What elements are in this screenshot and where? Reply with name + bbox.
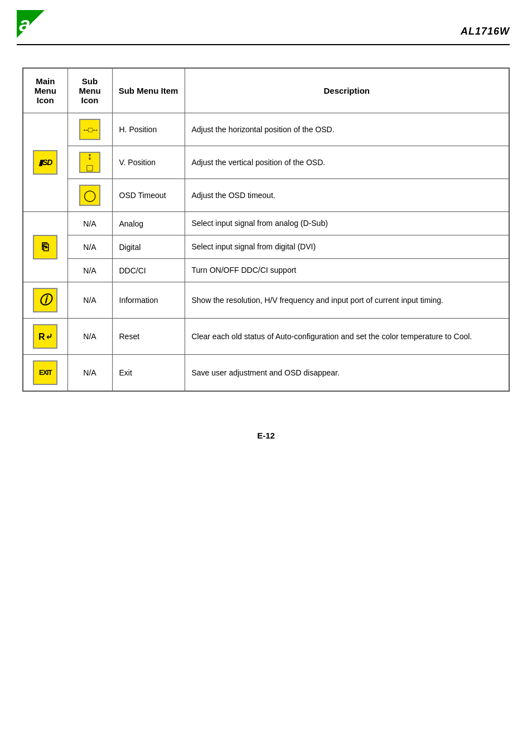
main-icon-exit-cell: EXIT [23, 355, 67, 392]
sub-icon-hpos-cell: ↔□↔ [67, 113, 112, 146]
desc-digital: Select input signal from digital (DVI) [185, 235, 509, 259]
table-row: ⎘ N/A Analog Select input signal from an… [23, 212, 509, 235]
desc-information: Show the resolution, H/V frequency and i… [185, 282, 509, 319]
sub-icon-clock-cell: ◯ [67, 179, 112, 212]
col-header-desc: Description [185, 68, 509, 113]
item-digital: Digital [112, 235, 185, 259]
desc-exit: Save user adjustment and OSD disappear. [185, 355, 509, 392]
desc-hposition: Adjust the horizontal position of the OS… [185, 113, 509, 146]
item-osd-timeout: OSD Timeout [112, 179, 185, 212]
desc-vposition: Adjust the vertical position of the OSD. [185, 146, 509, 179]
table-header-row: MainMenuIcon SubMenuIcon Sub Menu Item D… [23, 68, 509, 113]
sub-na-analog-cell: N/A [67, 212, 112, 235]
item-exit: Exit [112, 355, 185, 392]
desc-analog: Select input signal from analog (D-Sub) [185, 212, 509, 235]
desc-osd-timeout: Adjust the OSD timeout. [185, 179, 509, 212]
sub-na-ddcci-cell: N/A [67, 259, 112, 282]
main-icon-input-cell: ⎘ [23, 212, 67, 282]
sub-icon-clock: ◯ [79, 185, 100, 206]
main-icon-reset: R⤶ [33, 324, 57, 349]
sub-na-digital-cell: N/A [67, 235, 112, 259]
sub-na-exit-cell: N/A [67, 355, 112, 392]
main-icon-info: ⓘ [33, 288, 57, 312]
table-row: ▮SD ↔□↔ H. Position Adjust the horizonta… [23, 113, 509, 146]
sub-icon-vpos-cell: ↕□ [67, 146, 112, 179]
page-number: E-12 [257, 431, 275, 440]
table-row: N/A Digital Select input signal from dig… [23, 235, 509, 259]
sub-icon-hpos: ↔□↔ [79, 119, 100, 140]
table-row: ⓘ N/A Information Show the resolution, H… [23, 282, 509, 319]
item-analog: Analog [112, 212, 185, 235]
main-content: MainMenuIcon SubMenuIcon Sub Menu Item D… [0, 45, 532, 408]
acer-logo: acer [17, 10, 72, 40]
desc-reset: Clear each old status of Auto-configurat… [185, 319, 509, 355]
main-icon-info-cell: ⓘ [23, 282, 67, 319]
main-icon-osd-cell: ▮SD [23, 113, 67, 212]
table-row: R⤶ N/A Reset Clear each old status of Au… [23, 319, 509, 355]
table-row: N/A DDC/CI Turn ON/OFF DDC/CI support [23, 259, 509, 282]
svg-text:acer: acer [19, 13, 62, 36]
item-information: Information [112, 282, 185, 319]
sub-na-reset-cell: N/A [67, 319, 112, 355]
menu-table: MainMenuIcon SubMenuIcon Sub Menu Item D… [22, 68, 510, 392]
item-hposition: H. Position [112, 113, 185, 146]
sub-na-info-cell: N/A [67, 282, 112, 319]
main-icon-reset-cell: R⤶ [23, 319, 67, 355]
page-footer: E-12 [0, 431, 532, 457]
col-header-main: MainMenuIcon [23, 68, 67, 113]
sub-icon-vpos: ↕□ [79, 152, 100, 173]
col-header-sub: SubMenuIcon [67, 68, 112, 113]
page-header: acer AL1716W [0, 0, 532, 40]
main-icon-input: ⎘ [33, 235, 57, 259]
main-icon-osd: ▮SD [33, 150, 57, 175]
desc-ddcci: Turn ON/OFF DDC/CI support [185, 259, 509, 282]
item-reset: Reset [112, 319, 185, 355]
main-icon-exit: EXIT [33, 360, 57, 385]
item-ddcci: DDC/CI [112, 259, 185, 282]
item-vposition: V. Position [112, 146, 185, 179]
model-name: AL1716W [461, 10, 510, 37]
table-row: ↕□ V. Position Adjust the vertical posit… [23, 146, 509, 179]
table-row: EXIT N/A Exit Save user adjustment and O… [23, 355, 509, 392]
table-row: ◯ OSD Timeout Adjust the OSD timeout. [23, 179, 509, 212]
col-header-item: Sub Menu Item [112, 68, 185, 113]
